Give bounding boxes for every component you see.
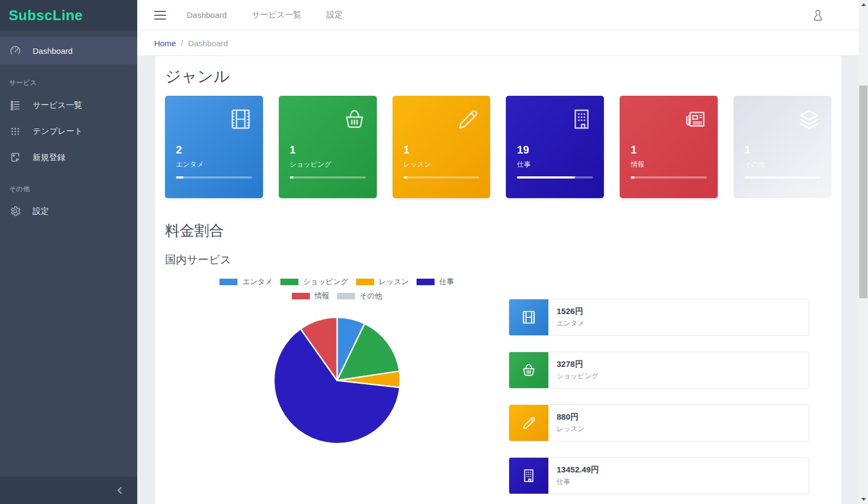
legend-item[interactable]: エンタメ: [219, 277, 272, 287]
sidebar-section-title: サービス: [0, 78, 137, 88]
genre-card-other[interactable]: 1 その他: [733, 96, 832, 198]
fee-row-shopping: 3278円 ショッピング: [509, 352, 809, 389]
genre-card-label: エンタメ: [176, 160, 204, 169]
genre-card-progress: [176, 176, 252, 179]
vertical-scrollbar[interactable]: [859, 0, 868, 504]
nav-item-settings[interactable]: 設定: [326, 10, 343, 20]
sidebar-nav: Dashboard サービス サービス一覧: [0, 30, 137, 224]
logo[interactable]: SubscLine: [0, 0, 137, 30]
breadcrumb-home-link[interactable]: Home: [154, 39, 176, 48]
film-icon: [228, 107, 253, 132]
genre-card-count: 19: [517, 144, 529, 156]
nav-item-service-list[interactable]: サービス一覧: [252, 10, 301, 20]
legend-item[interactable]: その他: [337, 291, 382, 301]
person-icon[interactable]: [811, 8, 825, 22]
pie-chart-column: エンタメ ショッピング レッスン 仕事 情報 その他: [165, 273, 509, 494]
genre-card-progress: [631, 176, 707, 179]
fee-price: 1526円: [557, 306, 584, 317]
pie-chart[interactable]: [264, 308, 410, 456]
fees-title: 料金割合: [165, 221, 832, 241]
legend-swatch: [417, 279, 435, 285]
scroll-down-button[interactable]: [859, 495, 868, 504]
breadcrumb-current: Dashboard: [188, 39, 228, 48]
sidebar-item-new-registration[interactable]: 新規登録: [0, 144, 137, 170]
genre-card-lesson[interactable]: 1 レッスン: [393, 96, 491, 198]
basket-icon: [521, 362, 537, 378]
genre-cards-row: 2 エンタメ 1 ショッピング: [165, 96, 832, 198]
sidebar-item-label: サービス一覧: [33, 100, 82, 110]
fee-label: 仕事: [557, 477, 599, 487]
fee-label: ショッピング: [557, 372, 598, 381]
legend-label: 仕事: [439, 277, 454, 287]
sidebar-item-label: テンプレート: [33, 126, 83, 137]
chevron-left-icon: [114, 485, 125, 496]
legend-item[interactable]: 情報: [292, 291, 329, 301]
main-content: ジャンル 2 エンタメ: [137, 56, 859, 504]
pencil-icon: [455, 107, 480, 132]
content-panel: ジャンル 2 エンタメ: [155, 56, 841, 504]
genre-card-progress: [290, 176, 366, 179]
breadcrumb: Home / Dashboard: [137, 30, 859, 56]
sidebar-item-dashboard[interactable]: Dashboard: [0, 37, 137, 64]
scrollbar-thumb[interactable]: [859, 85, 867, 298]
genre-card-work[interactable]: 19 仕事: [506, 96, 604, 198]
legend-item[interactable]: レッスン: [356, 277, 409, 287]
fee-row-lesson: 880円 レッスン: [509, 404, 809, 441]
newspaper-icon: [683, 107, 708, 132]
sidebar-collapse-button[interactable]: [0, 477, 137, 504]
fees-list: 1526円 エンタメ: [509, 273, 809, 494]
legend-swatch: [219, 279, 237, 285]
genre-card-count: 2: [176, 144, 182, 156]
genre-card-news[interactable]: 1 情報: [620, 96, 718, 198]
genre-title: ジャンル: [165, 56, 832, 88]
genre-card-count: 1: [744, 144, 750, 156]
list-icon: [9, 99, 21, 111]
hamburger-icon[interactable]: [154, 11, 166, 20]
fee-price: 3278円: [557, 359, 598, 370]
genre-card-progress: [404, 176, 480, 179]
fee-row-work: 13452.49円 仕事: [509, 457, 809, 494]
sidebar-item-settings[interactable]: 設定: [0, 198, 137, 224]
genre-card-shopping[interactable]: 1 ショッピング: [279, 96, 377, 198]
scroll-up-button[interactable]: [859, 0, 868, 9]
triangle-up-icon: [861, 3, 866, 6]
legend-swatch: [292, 293, 310, 299]
legend-item[interactable]: ショッピング: [280, 277, 349, 287]
legend-swatch: [337, 293, 355, 299]
triangle-down-icon: [861, 498, 866, 501]
fee-label: レッスン: [557, 425, 584, 434]
genre-card-label: レッスン: [404, 160, 431, 169]
legend-swatch: [280, 279, 298, 285]
sidebar-item-label: 新規登録: [33, 152, 65, 163]
genre-card-label: 仕事: [517, 160, 530, 169]
fee-icon-box: [509, 352, 548, 388]
fee-price: 13452.49円: [557, 465, 599, 475]
genre-card-count: 1: [290, 144, 296, 156]
legend-swatch: [356, 279, 374, 285]
building-icon: [521, 468, 537, 484]
genre-card-progress: [517, 176, 593, 179]
grid-dots-icon: [9, 125, 21, 137]
fee-price: 880円: [557, 412, 584, 422]
fee-icon-box: [509, 458, 548, 494]
legend-item[interactable]: 仕事: [417, 277, 454, 287]
legend-label: レッスン: [379, 277, 409, 287]
gear-icon: [9, 205, 21, 217]
top-navbar: Dashboard サービス一覧 設定: [137, 0, 859, 30]
sidebar-item-service-list[interactable]: サービス一覧: [0, 92, 137, 118]
pencil-icon: [521, 415, 537, 431]
genre-card-label: ショッピング: [290, 160, 332, 169]
brand-name: SubscLine: [9, 7, 83, 24]
note-add-icon: [9, 151, 21, 163]
genre-card-entertainment[interactable]: 2 エンタメ: [165, 96, 263, 198]
pie-legend: エンタメ ショッピング レッスン 仕事 情報 その他: [201, 277, 473, 301]
sidebar: SubscLine Dashboard サービス: [0, 0, 137, 504]
fees-subtitle: 国内サービス: [165, 253, 832, 267]
legend-label: その他: [360, 291, 382, 301]
fee-row-entertainment: 1526円 エンタメ: [509, 299, 809, 336]
gauge-icon: [9, 45, 21, 57]
sidebar-item-template[interactable]: テンプレート: [0, 118, 137, 144]
fees-chart-section: エンタメ ショッピング レッスン 仕事 情報 その他: [165, 273, 832, 494]
genre-card-progress: [744, 176, 821, 179]
nav-item-dashboard[interactable]: Dashboard: [187, 10, 227, 20]
